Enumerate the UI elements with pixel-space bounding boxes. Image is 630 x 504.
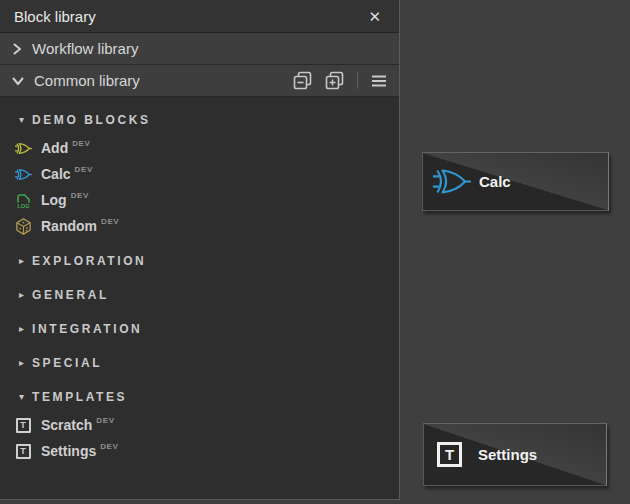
library-tree: ▾ DEMO BLOCKS Add DEV xyxy=(0,111,399,464)
workflow-canvas[interactable]: Calc T Settings xyxy=(401,0,630,504)
dev-badge: DEV xyxy=(101,217,119,226)
xor-gate-icon xyxy=(433,169,471,194)
block-label: Calc xyxy=(479,173,511,190)
triangle-right-icon: ▸ xyxy=(19,324,32,334)
section-label: GENERAL xyxy=(32,288,109,302)
section-header-demo-blocks[interactable]: ▾ DEMO BLOCKS xyxy=(0,111,399,129)
item-label: Log xyxy=(41,192,67,208)
template-t-icon: T xyxy=(437,442,462,467)
close-button[interactable]: ✕ xyxy=(364,7,385,26)
close-icon: ✕ xyxy=(368,8,381,25)
library-item-scratch[interactable]: T Scratch DEV xyxy=(0,412,399,438)
panel-title: Block library xyxy=(14,8,96,25)
chevron-down-icon xyxy=(12,76,24,86)
hamburger-icon xyxy=(371,74,387,88)
item-label: Scratch xyxy=(41,417,92,433)
section-header-exploration[interactable]: ▸ EXPLORATION xyxy=(0,252,399,270)
templates-items: T Scratch DEV T Settings DEV xyxy=(0,412,399,464)
common-library-toolbar xyxy=(293,71,387,90)
section-header-special[interactable]: ▸ SPECIAL xyxy=(0,354,399,372)
item-label: Random xyxy=(41,218,97,234)
xor-gate-icon xyxy=(14,168,32,181)
section-label: DEMO BLOCKS xyxy=(32,113,151,127)
triangle-down-icon: ▾ xyxy=(19,115,32,125)
copy-plus-icon xyxy=(325,71,344,90)
accordion-workflow-library[interactable]: Workflow library xyxy=(0,33,399,65)
xor-gate-icon xyxy=(14,142,32,155)
triangle-right-icon: ▸ xyxy=(19,358,32,368)
section-label: INTEGRATION xyxy=(32,322,142,336)
copy-minus-icon xyxy=(293,71,312,90)
collapse-all-button[interactable] xyxy=(293,71,312,90)
menu-button[interactable] xyxy=(371,74,387,88)
template-t-icon: T xyxy=(14,418,32,433)
triangle-right-icon: ▸ xyxy=(19,290,32,300)
section-label: SPECIAL xyxy=(32,356,102,370)
common-library-label: Common library xyxy=(34,72,140,89)
template-t-icon: T xyxy=(14,444,32,459)
item-label: Calc xyxy=(41,166,71,182)
toolbar-divider xyxy=(357,72,358,89)
chevron-right-icon xyxy=(12,43,22,55)
workflow-library-label: Workflow library xyxy=(32,40,138,57)
expand-all-button[interactable] xyxy=(325,71,344,90)
dev-badge: DEV xyxy=(72,139,90,148)
section-header-templates[interactable]: ▾ TEMPLATES xyxy=(0,388,399,406)
demo-blocks-items: Add DEV Calc DEV xyxy=(0,135,399,239)
library-item-add[interactable]: Add DEV xyxy=(0,135,399,161)
section-header-integration[interactable]: ▸ INTEGRATION xyxy=(0,320,399,338)
dice-icon xyxy=(14,218,32,235)
dev-badge: DEV xyxy=(96,416,114,425)
library-item-settings[interactable]: T Settings DEV xyxy=(0,438,399,464)
block-label: Settings xyxy=(478,446,537,463)
section-header-general[interactable]: ▸ GENERAL xyxy=(0,286,399,304)
library-item-random[interactable]: Random DEV xyxy=(0,213,399,239)
triangle-right-icon: ▸ xyxy=(19,256,32,266)
canvas-block-calc[interactable]: Calc xyxy=(422,152,609,211)
dev-badge: DEV xyxy=(75,165,93,174)
log-file-icon: LOG xyxy=(14,192,32,209)
triangle-down-icon: ▾ xyxy=(19,392,32,402)
section-label: EXPLORATION xyxy=(32,254,146,268)
item-label: Add xyxy=(41,140,68,156)
dev-badge: DEV xyxy=(100,442,118,451)
section-label: TEMPLATES xyxy=(32,390,127,404)
accordion-common-library[interactable]: Common library xyxy=(0,65,399,97)
item-label: Settings xyxy=(41,443,96,459)
library-item-calc[interactable]: Calc DEV xyxy=(0,161,399,187)
panel-titlebar: Block library ✕ xyxy=(0,0,399,33)
canvas-block-settings[interactable]: T Settings xyxy=(423,423,607,486)
library-item-log[interactable]: LOG Log DEV xyxy=(0,187,399,213)
dev-badge: DEV xyxy=(71,191,89,200)
svg-text:LOG: LOG xyxy=(17,203,30,209)
block-library-panel: Block library ✕ Workflow library Common … xyxy=(0,0,400,500)
